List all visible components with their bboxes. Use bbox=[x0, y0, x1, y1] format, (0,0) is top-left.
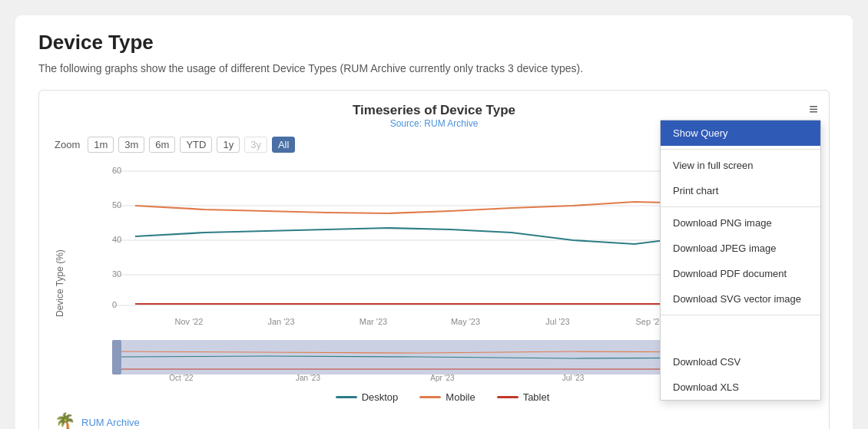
svg-text:Oct '22: Oct '22 bbox=[169, 374, 194, 382]
zoom-btn-all[interactable]: All bbox=[272, 137, 295, 153]
source-link[interactable]: RUM Archive bbox=[424, 118, 478, 129]
dropdown-item-csv[interactable]: Download CSV bbox=[661, 349, 820, 375]
zoom-label: Zoom bbox=[55, 139, 80, 150]
dropdown-item-show-query[interactable]: Show Query bbox=[661, 120, 820, 146]
source-label: Source: bbox=[390, 118, 425, 129]
svg-text:30: 30 bbox=[112, 269, 121, 279]
dropdown-item-fullscreen[interactable]: View in full screen bbox=[661, 153, 820, 178]
legend-line-desktop bbox=[336, 396, 357, 398]
dropdown-item-svg[interactable]: Download SVG vector image bbox=[661, 286, 820, 312]
svg-text:Jul '23: Jul '23 bbox=[545, 317, 569, 326]
dropdown-spacer bbox=[661, 318, 820, 349]
svg-text:Apr '23: Apr '23 bbox=[430, 374, 455, 382]
dropdown-item-pdf[interactable]: Download PDF document bbox=[661, 261, 820, 286]
dropdown-divider-1 bbox=[661, 149, 820, 150]
svg-text:Jul '23: Jul '23 bbox=[562, 374, 585, 382]
svg-text:Jan '23: Jan '23 bbox=[267, 317, 294, 326]
dropdown-divider-2 bbox=[661, 206, 820, 207]
legend-item-tablet: Tablet bbox=[497, 391, 550, 403]
svg-text:0: 0 bbox=[112, 300, 117, 309]
chart-container: ≡ Show Query View in full screen Print c… bbox=[38, 90, 830, 429]
chart-title: Timeseries of Device Type bbox=[55, 103, 813, 118]
dropdown-item-xls[interactable]: Download XLS bbox=[661, 375, 820, 400]
rum-logo: 🌴 bbox=[55, 412, 75, 429]
zoom-btn-6m[interactable]: 6m bbox=[149, 137, 175, 153]
legend-label-mobile: Mobile bbox=[446, 391, 475, 403]
svg-text:May '23: May '23 bbox=[451, 317, 480, 326]
dropdown-item-print[interactable]: Print chart bbox=[661, 178, 820, 203]
dropdown-item-jpeg[interactable]: Download JPEG image bbox=[661, 236, 820, 261]
rum-archive-link[interactable]: RUM Archive bbox=[81, 417, 140, 428]
legend-line-mobile bbox=[419, 396, 441, 398]
dropdown-menu: Show Query View in full screen Print cha… bbox=[660, 120, 821, 401]
dropdown-divider-3 bbox=[661, 315, 820, 315]
page-wrapper: Device Type The following graphs show th… bbox=[15, 15, 853, 429]
zoom-btn-1y[interactable]: 1y bbox=[217, 137, 240, 153]
dropdown-item-png[interactable]: Download PNG image bbox=[661, 210, 820, 236]
legend-item-desktop: Desktop bbox=[336, 391, 399, 403]
y-axis-label: Device Type (%) bbox=[55, 163, 68, 403]
legend-label-desktop: Desktop bbox=[362, 391, 399, 403]
zoom-btn-ytd[interactable]: YTD bbox=[180, 137, 212, 153]
chart-footer: 🌴 RUM Archive bbox=[55, 412, 813, 429]
zoom-btn-3y: 3y bbox=[244, 137, 267, 153]
legend-item-mobile: Mobile bbox=[419, 391, 475, 403]
svg-text:50: 50 bbox=[112, 200, 121, 210]
zoom-btn-1m[interactable]: 1m bbox=[88, 137, 114, 153]
page-subtitle: The following graphs show the usage of d… bbox=[38, 62, 830, 74]
legend-label-tablet: Tablet bbox=[523, 391, 550, 403]
svg-text:Jan '23: Jan '23 bbox=[296, 374, 320, 382]
svg-text:Nov '22: Nov '22 bbox=[175, 317, 204, 326]
svg-text:Mar '23: Mar '23 bbox=[359, 317, 387, 326]
zoom-btn-3m[interactable]: 3m bbox=[118, 137, 144, 153]
svg-text:40: 40 bbox=[112, 235, 121, 244]
svg-text:60: 60 bbox=[112, 166, 121, 175]
page-title: Device Type bbox=[38, 31, 830, 54]
hamburger-button[interactable]: ≡ bbox=[809, 101, 818, 117]
svg-rect-19 bbox=[112, 340, 121, 375]
legend-line-tablet bbox=[497, 396, 518, 398]
